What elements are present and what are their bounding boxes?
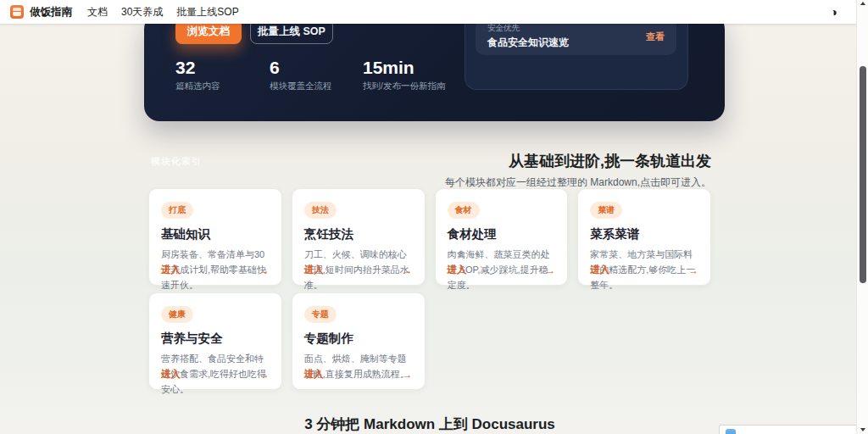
enter-link[interactable]: 进入 [590, 264, 609, 276]
widget-icon [726, 429, 736, 434]
card-title: 专题制作 [304, 331, 413, 347]
safety-card-eyebrow: 安全优先 [487, 23, 646, 34]
scrollbar-down-icon[interactable] [860, 428, 865, 431]
page: 浏览文档 批量上线 SOP 32 篇精选内容 6 模块覆盖全流程 15min 找… [0, 0, 868, 434]
safety-card-text: 安全优先 食品安全知识速览 [487, 23, 646, 50]
nav-item-docs[interactable]: 文档 [87, 5, 108, 19]
scrollbar-thumb[interactable] [860, 66, 866, 283]
hero-stats: 32 篇精选内容 6 模块覆盖全流程 15min 找到/发布一份新指南 [175, 58, 445, 92]
arrow-right-icon: → [688, 264, 698, 276]
card-techniques[interactable]: 技法 烹饪技法 刀工、火候、调味的核心原理,短时间内抬升菜品水准。 进入 → [292, 188, 426, 286]
stat-label: 模块覆盖全流程 [270, 81, 363, 92]
publish-section-title: 3 分钟把 Markdown 上到 Docusaurus [148, 415, 711, 434]
modules-header: 从基础到进阶,挑一条轨道出发 每个模块都对应一组经过整理的 Markdown,点… [445, 151, 711, 190]
card-footer: 进入 → [161, 264, 270, 276]
enter-link[interactable]: 进入 [161, 264, 181, 276]
card-title: 烹饪技法 [304, 226, 413, 242]
nav-item-batch-sop[interactable]: 批量上线SOP [176, 5, 238, 19]
stat-time: 15min 找到/发布一份新指南 [363, 58, 445, 92]
stat-value: 15min [363, 58, 445, 77]
card-nutrition[interactable]: 健康 营养与安全 营养搭配、食品安全和特殊饮食需求,吃得好也吃得安心。 进入 → [148, 292, 282, 390]
nav-item-30days[interactable]: 30天养成 [121, 5, 163, 19]
card-recipes[interactable]: 菜谱 菜系菜谱 家常菜、地方菜与国际料理的精选配方,够你吃上一整年。 进入 → [577, 188, 711, 286]
card-badge: 技法 [304, 202, 337, 219]
arrow-right-icon: → [403, 369, 413, 381]
nav-links: 文档 30天养成 批量上线SOP [87, 5, 239, 19]
card-ingredients[interactable]: 食材 食材处理 肉禽海鲜、蔬菜豆类的处理 SOP,减少踩坑,提升稳定度。 进入 … [435, 188, 569, 286]
enter-link[interactable]: 进入 [304, 368, 324, 381]
hero-section: 浏览文档 批量上线 SOP 32 篇精选内容 6 模块覆盖全流程 15min 找… [144, 14, 725, 121]
stat-value: 6 [270, 58, 363, 77]
arrow-right-icon: → [545, 264, 555, 276]
card-badge: 专题 [304, 306, 337, 323]
stat-modules: 6 模块覆盖全流程 [270, 58, 363, 92]
modules-eyebrow: 模块化索引 [151, 155, 202, 168]
arrow-right-icon: → [259, 264, 270, 276]
navbar: 做饭指南 文档 30天养成 批量上线SOP ◑ [0, 0, 860, 24]
card-title: 营养与安全 [161, 331, 270, 347]
card-footer: 进入 → [304, 368, 413, 381]
card-title: 基础知识 [161, 226, 270, 242]
card-badge: 健康 [161, 306, 193, 323]
arrow-right-icon: → [259, 369, 270, 381]
enter-link[interactable]: 进入 [304, 264, 324, 276]
stat-label: 找到/发布一份新指南 [363, 81, 445, 92]
card-footer: 进入 → [304, 264, 413, 276]
card-basics[interactable]: 打底 基础知识 厨房装备、常备清单与30天养成计划,帮助零基础快速开伙。 进入 … [148, 188, 282, 286]
card-title: 菜系菜谱 [590, 226, 698, 242]
enter-link[interactable]: 进入 [448, 264, 467, 276]
stat-contents: 32 篇精选内容 [175, 58, 270, 92]
arrow-right-icon: → [403, 264, 413, 276]
modules-title: 从基础到进阶,挑一条轨道出发 [445, 151, 711, 171]
card-badge: 食材 [448, 202, 480, 219]
enter-link[interactable]: 进入 [161, 368, 181, 381]
card-specials[interactable]: 专题 专题制作 面点、烘焙、腌制等专题攻略,直接复用成熟流程。 进入 → [292, 292, 426, 390]
module-cards-grid: 打底 基础知识 厨房装备、常备清单与30天养成计划,帮助零基础快速开伙。 进入 … [148, 188, 711, 390]
card-badge: 菜谱 [590, 202, 622, 219]
scrollbar-up-icon[interactable] [860, 2, 865, 5]
navbar-right: ◑ [829, 4, 849, 19]
stat-label: 篇精选内容 [175, 81, 270, 92]
card-footer: 进入 → [590, 264, 698, 276]
corner-widget [719, 425, 860, 434]
card-footer: 进入 → [448, 264, 556, 276]
card-footer: 进入 → [161, 368, 270, 381]
theme-toggle-icon[interactable]: ◑ [829, 4, 849, 19]
page-scrollbar[interactable] [856, 0, 868, 434]
safety-card-view-link[interactable]: 查看 [646, 31, 665, 43]
card-title: 食材处理 [448, 226, 556, 242]
brand-title[interactable]: 做饭指南 [30, 5, 72, 19]
bento-logo-icon[interactable] [10, 5, 24, 19]
card-badge: 打底 [161, 202, 193, 219]
stat-value: 32 [175, 58, 270, 77]
safety-card-title: 食品安全知识速览 [487, 36, 646, 50]
